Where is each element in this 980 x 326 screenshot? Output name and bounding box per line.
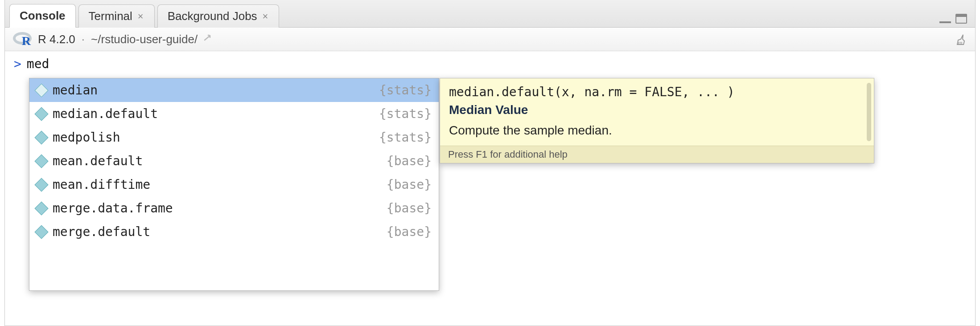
autocomplete-item[interactable]: median.default{stats} [29, 102, 439, 126]
autocomplete-item-package: {base} [387, 201, 432, 216]
function-icon [34, 107, 48, 121]
autocomplete-popup: median{stats}median.default{stats}medpol… [29, 78, 439, 291]
help-signature: median.default(x, na.rm = FALSE, ... ) [449, 85, 865, 99]
window-controls [939, 14, 971, 27]
function-icon [34, 154, 48, 168]
help-body: median.default(x, na.rm = FALSE, ... ) M… [440, 78, 874, 146]
autocomplete-item[interactable]: mean.default{base} [29, 149, 439, 173]
clear-console-icon[interactable] [955, 33, 967, 45]
autocomplete-item[interactable]: merge.default{base} [29, 220, 439, 244]
autocomplete-item[interactable]: merge.data.frame{base} [29, 196, 439, 220]
function-icon [34, 201, 48, 215]
tab-label: Console [20, 9, 66, 23]
close-icon[interactable]: × [137, 11, 144, 22]
go-to-directory-icon[interactable] [204, 34, 214, 45]
console-body[interactable]: > med median{stats}median.default{stats}… [5, 51, 975, 326]
console-input[interactable]: med [27, 57, 49, 71]
minimize-icon[interactable] [939, 21, 951, 23]
working-directory[interactable]: ~/rstudio-user-guide/ [91, 33, 198, 46]
function-icon [34, 178, 48, 192]
help-footer: Press F1 for additional help [440, 146, 874, 163]
prompt-symbol: > [14, 57, 21, 71]
tab-terminal[interactable]: Terminal × [78, 4, 155, 28]
autocomplete-item-package: {base} [387, 177, 432, 192]
autocomplete-item[interactable]: mean.difftime{base} [29, 173, 439, 196]
tab-bar: Console Terminal × Background Jobs × [5, 0, 975, 28]
autocomplete-item-name: mean.default [53, 154, 143, 168]
info-bar: R R 4.2.0 · ~/rstudio-user-guide/ [5, 28, 975, 51]
autocomplete-item-package: {stats} [379, 106, 432, 121]
autocomplete-item-name: median [53, 83, 98, 98]
tab-console[interactable]: Console [9, 4, 76, 28]
tab-label: Background Jobs [168, 9, 257, 23]
autocomplete-item[interactable]: medpolish{stats} [29, 126, 439, 149]
console-pane: Console Terminal × Background Jobs × R R… [4, 0, 976, 326]
autocomplete-item-name: merge.data.frame [53, 201, 173, 216]
svg-line-1 [960, 42, 960, 45]
autocomplete-list[interactable]: median{stats}median.default{stats}medpol… [29, 78, 439, 290]
autocomplete-item-name: median.default [53, 106, 158, 121]
autocomplete-item-name: merge.default [53, 224, 150, 239]
close-icon[interactable]: × [262, 11, 269, 22]
autocomplete-item-name: mean.difftime [53, 177, 150, 192]
function-icon [34, 83, 48, 97]
tab-label: Terminal [89, 9, 132, 23]
autocomplete-item-package: {stats} [379, 130, 432, 145]
help-title: Median Value [449, 103, 865, 117]
autocomplete-item-package: {base} [387, 224, 432, 239]
function-icon [34, 225, 48, 239]
autocomplete-item[interactable]: median{stats} [29, 78, 439, 102]
r-logo-icon: R [13, 32, 32, 46]
maximize-icon[interactable] [955, 14, 967, 24]
tab-background-jobs[interactable]: Background Jobs × [157, 4, 280, 28]
prompt-line: > med [5, 51, 975, 77]
toolbar-right [955, 33, 967, 45]
help-popup: median.default(x, na.rm = FALSE, ... ) M… [440, 78, 874, 163]
help-description: Compute the sample median. [449, 123, 865, 138]
separator: · [82, 33, 85, 46]
function-icon [34, 130, 48, 144]
autocomplete-item-package: {stats} [379, 83, 432, 98]
r-version: R 4.2.0 [38, 33, 75, 46]
autocomplete-item-package: {base} [387, 154, 432, 168]
autocomplete-item-name: medpolish [53, 130, 120, 145]
